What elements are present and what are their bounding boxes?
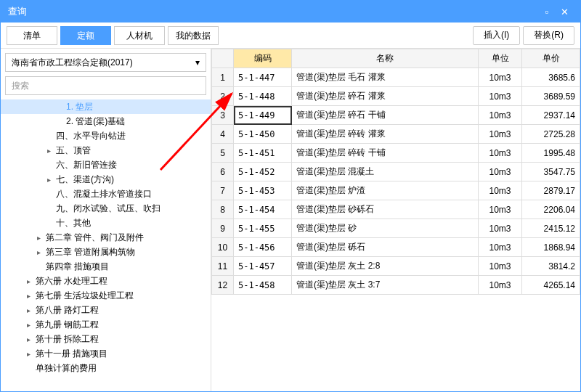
cell-name[interactable]: 管道(渠)垫层 砾石 bbox=[292, 238, 479, 257]
expand-icon[interactable]: ▸ bbox=[27, 292, 36, 300]
cell-unit[interactable]: 10m3 bbox=[479, 106, 522, 125]
cell-unit[interactable]: 10m3 bbox=[479, 125, 522, 144]
cell-rownum[interactable]: 6 bbox=[212, 163, 234, 181]
cell-name[interactable]: 管道(渠)垫层 混凝土 bbox=[292, 163, 479, 181]
col-price[interactable]: 单价 bbox=[522, 49, 580, 68]
cell-name[interactable]: 管道(渠)垫层 碎石 干铺 bbox=[292, 106, 479, 125]
cell-price[interactable]: 4265.14 bbox=[522, 276, 580, 295]
tree-item[interactable]: 十、其他 bbox=[1, 216, 211, 230]
cell-rownum[interactable]: 2 bbox=[212, 87, 234, 106]
cell-rownum[interactable]: 9 bbox=[212, 219, 234, 238]
cell-price[interactable]: 2937.14 bbox=[522, 106, 580, 125]
expand-icon[interactable]: ▸ bbox=[47, 147, 56, 155]
cell-rownum[interactable]: 8 bbox=[212, 200, 234, 219]
cell-name[interactable]: 管道(渠)垫层 碎石 灌浆 bbox=[292, 87, 479, 106]
cell-code[interactable]: 5-1-454 bbox=[234, 200, 292, 219]
cell-code[interactable]: 5-1-448 bbox=[234, 87, 292, 106]
cell-unit[interactable]: 10m3 bbox=[479, 68, 522, 87]
cell-name[interactable]: 管道(渠)垫层 炉渣 bbox=[292, 181, 479, 200]
cell-rownum[interactable]: 10 bbox=[212, 238, 234, 257]
tree-view[interactable]: 1. 垫层2. 管道(渠)基础四、水平导向钻进▸五、顶管六、新旧管连接▸七、渠道… bbox=[1, 99, 211, 391]
table-row[interactable]: 25-1-448管道(渠)垫层 碎石 灌浆10m33689.59 bbox=[212, 87, 580, 106]
tree-item[interactable]: 单独计算的费用 bbox=[1, 361, 211, 375]
cell-price[interactable]: 2206.04 bbox=[522, 200, 580, 219]
cell-name[interactable]: 管道(渠)垫层 碎砖 干铺 bbox=[292, 144, 479, 163]
cell-name[interactable]: 管道(渠)垫层 灰土 3:7 bbox=[292, 276, 479, 295]
cell-code[interactable]: 5-1-457 bbox=[234, 257, 292, 276]
cell-price[interactable]: 1868.94 bbox=[522, 238, 580, 257]
cell-unit[interactable]: 10m3 bbox=[479, 257, 522, 276]
cell-code[interactable]: 5-1-450 bbox=[234, 125, 292, 144]
tree-item[interactable]: 第四章 措施项目 bbox=[1, 259, 211, 274]
cell-unit[interactable]: 10m3 bbox=[479, 163, 522, 181]
table-row[interactable]: 125-1-458管道(渠)垫层 灰土 3:710m34265.14 bbox=[212, 276, 580, 295]
cell-code[interactable]: 5-1-458 bbox=[234, 276, 292, 295]
cell-price[interactable]: 2879.17 bbox=[522, 181, 580, 200]
cell-name[interactable]: 管道(渠)垫层 碎砖 灌浆 bbox=[292, 125, 479, 144]
table-row[interactable]: 75-1-453管道(渠)垫层 炉渣10m32879.17 bbox=[212, 181, 580, 200]
tree-item[interactable]: ▸第三章 管道附属构筑物 bbox=[1, 245, 211, 259]
cell-price[interactable]: 3547.75 bbox=[522, 163, 580, 181]
cell-price[interactable]: 2415.12 bbox=[522, 219, 580, 238]
insert-button[interactable]: 插入(I) bbox=[473, 26, 520, 45]
tree-item[interactable]: 九、闭水试验、试压、吹扫 bbox=[1, 201, 211, 216]
minimize-icon[interactable]: ▫ bbox=[538, 4, 556, 19]
cell-rownum[interactable]: 4 bbox=[212, 125, 234, 144]
cell-price[interactable]: 2725.28 bbox=[522, 125, 580, 144]
cell-unit[interactable]: 10m3 bbox=[479, 276, 522, 295]
tree-item[interactable]: 八、混凝土排水管道接口 bbox=[1, 187, 211, 201]
table-row[interactable]: 15-1-447管道(渠)垫层 毛石 灌浆10m33685.6 bbox=[212, 68, 580, 87]
table-row[interactable]: 65-1-452管道(渠)垫层 混凝土10m33547.75 bbox=[212, 163, 580, 181]
cell-rownum[interactable]: 3 bbox=[212, 106, 234, 125]
cell-code[interactable]: 5-1-452 bbox=[234, 163, 292, 181]
tree-item[interactable]: ▸第六册 水处理工程 bbox=[1, 274, 211, 288]
close-icon[interactable]: ✕ bbox=[556, 4, 573, 19]
expand-icon[interactable]: ▸ bbox=[47, 176, 56, 184]
cell-code[interactable]: 5-1-451 bbox=[234, 144, 292, 163]
tree-item[interactable]: ▸第八册 路灯工程 bbox=[1, 303, 211, 317]
table-row[interactable]: 55-1-451管道(渠)垫层 碎砖 干铺10m31995.48 bbox=[212, 144, 580, 163]
tree-item[interactable]: ▸第十一册 措施项目 bbox=[1, 346, 211, 361]
search-input[interactable]: 搜索 bbox=[5, 76, 206, 95]
expand-icon[interactable]: ▸ bbox=[27, 306, 36, 314]
cell-name[interactable]: 管道(渠)垫层 砂 bbox=[292, 219, 479, 238]
cell-unit[interactable]: 10m3 bbox=[479, 87, 522, 106]
expand-icon[interactable]: ▸ bbox=[27, 277, 36, 285]
expand-icon[interactable]: ▸ bbox=[27, 321, 36, 329]
cell-name[interactable]: 管道(渠)垫层 灰土 2:8 bbox=[292, 257, 479, 276]
tab-list[interactable]: 清单 bbox=[7, 26, 57, 45]
cell-rownum[interactable]: 7 bbox=[212, 181, 234, 200]
cell-unit[interactable]: 10m3 bbox=[479, 144, 522, 163]
expand-icon[interactable]: ▸ bbox=[37, 248, 46, 256]
col-code[interactable]: 编码 bbox=[234, 49, 292, 68]
table-row[interactable]: 45-1-450管道(渠)垫层 碎砖 灌浆10m32725.28 bbox=[212, 125, 580, 144]
expand-icon[interactable]: ▸ bbox=[27, 350, 36, 358]
table-row[interactable]: 35-1-449管道(渠)垫层 碎石 干铺10m32937.14 bbox=[212, 106, 580, 125]
table-row[interactable]: 85-1-454管道(渠)垫层 砂砾石10m32206.04 bbox=[212, 200, 580, 219]
cell-code[interactable]: 5-1-449 bbox=[234, 106, 292, 125]
tree-item[interactable]: ▸第二章 管件、阀门及附件 bbox=[1, 230, 211, 245]
tree-item[interactable]: 1. 垫层 bbox=[1, 99, 211, 114]
cell-price[interactable]: 1995.48 bbox=[522, 144, 580, 163]
table-row[interactable]: 105-1-456管道(渠)垫层 砾石10m31868.94 bbox=[212, 238, 580, 257]
tree-item[interactable]: 六、新旧管连接 bbox=[1, 158, 211, 172]
tab-quota[interactable]: 定额 bbox=[60, 26, 111, 45]
tree-item[interactable]: ▸第九册 钢筋工程 bbox=[1, 317, 211, 332]
replace-button[interactable]: 替换(R) bbox=[523, 26, 574, 45]
cell-price[interactable]: 3814.2 bbox=[522, 257, 580, 276]
expand-icon[interactable]: ▸ bbox=[27, 335, 36, 343]
tree-item[interactable]: ▸五、顶管 bbox=[1, 143, 211, 158]
cell-name[interactable]: 管道(渠)垫层 毛石 灌浆 bbox=[292, 68, 479, 87]
cell-price[interactable]: 3685.6 bbox=[522, 68, 580, 87]
col-unit[interactable]: 单位 bbox=[479, 49, 522, 68]
tree-item[interactable]: ▸第十册 拆除工程 bbox=[1, 332, 211, 346]
cell-code[interactable]: 5-1-455 bbox=[234, 219, 292, 238]
cell-code[interactable]: 5-1-453 bbox=[234, 181, 292, 200]
tab-material[interactable]: 人材机 bbox=[114, 26, 165, 45]
cell-name[interactable]: 管道(渠)垫层 砂砾石 bbox=[292, 200, 479, 219]
cell-code[interactable]: 5-1-456 bbox=[234, 238, 292, 257]
tab-mydata[interactable]: 我的数据 bbox=[168, 26, 219, 45]
cell-rownum[interactable]: 5 bbox=[212, 144, 234, 163]
cell-rownum[interactable]: 1 bbox=[212, 68, 234, 87]
quota-dropdown[interactable]: 海南省市政工程综合定额(2017) ▾ bbox=[5, 53, 206, 72]
